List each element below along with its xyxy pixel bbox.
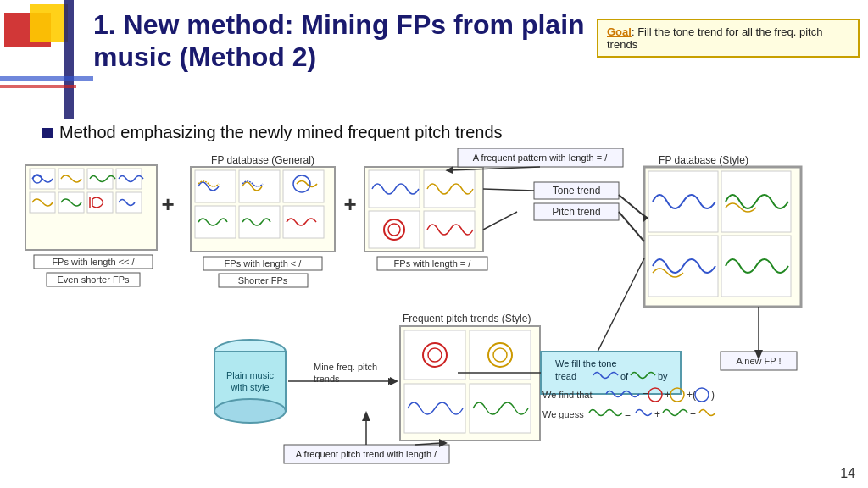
svg-rect-4 [0, 85, 76, 88]
svg-rect-14 [116, 192, 142, 213]
svg-rect-53 [644, 167, 801, 307]
svg-line-86 [415, 443, 441, 445]
svg-rect-56 [648, 236, 718, 297]
svg-rect-36 [424, 170, 475, 208]
page-number: 14 [840, 466, 855, 481]
svg-text:FPs with length << /: FPs with length << / [52, 257, 135, 267]
svg-rect-21 [191, 167, 335, 252]
diagram-svg: FPs with length << / Even shorter FPs + … [0, 148, 868, 487]
svg-point-102 [648, 388, 662, 402]
svg-text:trends: trends [314, 374, 340, 384]
svg-rect-89 [541, 352, 681, 394]
svg-text:with style: with style [230, 382, 269, 392]
svg-point-106 [695, 388, 709, 402]
svg-rect-5 [25, 165, 157, 250]
svg-text:of: of [620, 371, 629, 381]
svg-rect-17 [47, 273, 140, 286]
svg-rect-37 [369, 211, 420, 248]
svg-text:=: = [643, 389, 648, 401]
svg-text:+: + [654, 408, 660, 420]
svg-text:+(: +( [687, 389, 696, 401]
svg-rect-12 [58, 192, 84, 213]
svg-line-51 [483, 212, 517, 230]
svg-text:FP database (General): FP database (General) [211, 154, 314, 166]
svg-text:FPs with length < /: FPs with length < / [225, 258, 303, 269]
svg-line-50 [483, 189, 534, 191]
svg-point-25 [293, 175, 310, 192]
svg-rect-11 [30, 192, 55, 213]
svg-text:+: + [690, 408, 696, 420]
svg-rect-75 [470, 330, 531, 380]
goal-box: Goal: Fill the tone trend for all the fr… [597, 19, 860, 58]
svg-rect-41 [377, 257, 487, 270]
svg-marker-85 [362, 411, 370, 421]
svg-point-40 [388, 224, 400, 236]
svg-rect-26 [195, 206, 236, 238]
svg-text:We guess: We guess [542, 409, 584, 419]
svg-marker-87 [439, 439, 448, 447]
svg-text:Shorter FPs: Shorter FPs [238, 275, 288, 286]
svg-text:Frequent pitch trends (Style): Frequent pitch trends (Style) [403, 313, 531, 324]
svg-text:by: by [658, 371, 668, 381]
svg-line-58 [619, 195, 644, 216]
svg-rect-54 [648, 171, 718, 232]
svg-rect-48 [534, 203, 619, 220]
svg-rect-74 [404, 330, 465, 380]
svg-point-104 [670, 388, 684, 402]
svg-text:Pitch trend: Pitch trend [552, 206, 600, 218]
bullet-section: Method emphasizing the newly mined frequ… [42, 123, 851, 142]
svg-text:We fill the tone: We fill the tone [555, 358, 617, 369]
svg-rect-76 [404, 384, 465, 433]
svg-point-39 [384, 219, 404, 240]
svg-point-10 [33, 175, 42, 183]
svg-text:): ) [711, 389, 715, 401]
svg-rect-29 [203, 257, 322, 270]
svg-rect-96 [721, 352, 797, 370]
svg-text:A frequent pattern with length: A frequent pattern with length = / [473, 152, 609, 163]
svg-point-81 [493, 348, 507, 362]
svg-marker-60 [643, 214, 648, 222]
svg-text:tread: tread [555, 371, 576, 381]
svg-point-61 [214, 340, 286, 363]
svg-rect-82 [284, 445, 449, 463]
svg-text:A frequent pitch trend with le: A frequent pitch trend with length / [296, 449, 437, 459]
svg-point-79 [428, 348, 442, 362]
bullet-icon [42, 128, 53, 138]
svg-text:+: + [665, 389, 670, 401]
svg-rect-35 [369, 170, 420, 208]
svg-text:Tone trend: Tone trend [553, 185, 601, 197]
svg-text:=: = [625, 408, 631, 420]
svg-rect-28 [283, 206, 324, 238]
svg-rect-57 [721, 236, 791, 297]
accent-decoration [0, 0, 102, 119]
svg-rect-62 [214, 352, 286, 411]
svg-rect-46 [534, 182, 619, 199]
svg-rect-22 [195, 170, 236, 202]
svg-text:FP database (Style): FP database (Style) [659, 154, 748, 166]
svg-rect-55 [721, 171, 791, 232]
svg-rect-34 [364, 167, 483, 252]
goal-label: Goal [607, 25, 632, 38]
svg-text:Even shorter FPs: Even shorter FPs [58, 274, 130, 285]
svg-rect-13 [87, 192, 113, 213]
svg-rect-9 [116, 169, 142, 189]
svg-text:+: + [161, 191, 174, 217]
svg-point-65 [214, 399, 286, 423]
svg-marker-71 [390, 377, 398, 385]
bullet-text: Method emphasizing the newly mined frequ… [42, 123, 851, 142]
svg-rect-1 [30, 4, 68, 42]
svg-rect-43 [458, 148, 623, 167]
svg-text:Mine freq. pitch: Mine freq. pitch [314, 362, 377, 372]
svg-rect-27 [239, 206, 280, 238]
svg-text:+: + [343, 191, 356, 217]
svg-rect-77 [470, 384, 531, 433]
svg-rect-6 [30, 169, 55, 189]
svg-rect-7 [58, 169, 84, 189]
svg-text:We find that: We find that [542, 390, 593, 400]
svg-text:Plain music: Plain music [226, 370, 275, 380]
svg-line-45 [449, 167, 540, 170]
title-section: 1. New method: Mining FPs from plain mus… [93, 8, 860, 74]
svg-point-78 [423, 343, 447, 367]
svg-rect-73 [400, 326, 540, 441]
svg-line-59 [619, 212, 644, 241]
